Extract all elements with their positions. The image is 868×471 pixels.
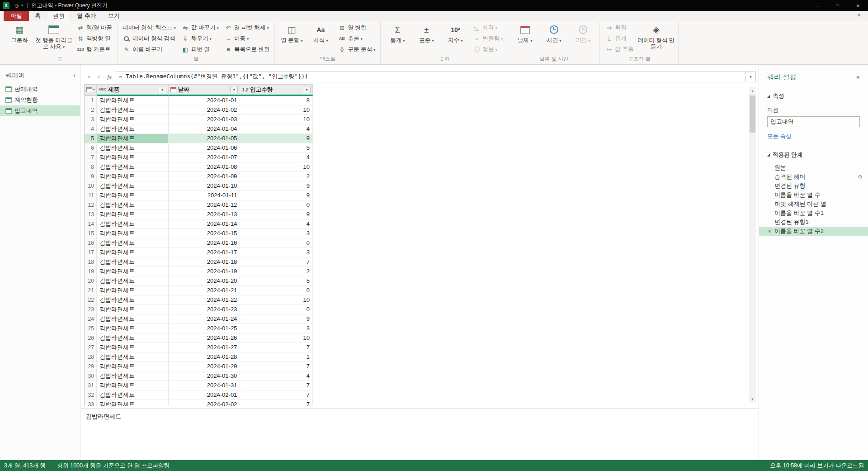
table-row[interactable]: 29 김밥라면세트 2024-01-29 7 [85, 362, 313, 371]
cell-product[interactable]: 김밥라면세트 [97, 115, 169, 124]
column-header-qty[interactable]: 1.2 입고수량 ▾ [240, 85, 313, 96]
cell-product[interactable]: 김밥라면세트 [97, 286, 169, 295]
vertical-scrollbar[interactable]: ▲ ▼ [749, 87, 756, 403]
collapse-queries-pane-icon[interactable]: ‹ [73, 72, 75, 78]
cell-qty[interactable]: 10 [240, 115, 313, 124]
extract-button[interactable]: AB추출 [335, 33, 377, 44]
row-number[interactable]: 8 [85, 162, 97, 172]
cell-date[interactable]: 2024-01-25 [169, 324, 241, 333]
cell-date[interactable]: 2024-01-31 [169, 381, 241, 390]
cell-date[interactable]: 2024-01-29 [169, 362, 241, 371]
status-profiling-note[interactable]: 상위 1000개 행을 기준으로 한 열 프로파일링 [57, 462, 170, 470]
cell-date[interactable]: 2024-01-19 [169, 267, 241, 276]
trigonometry-button[interactable]: ◺삼각 [470, 22, 505, 33]
table-row[interactable]: 27 김밥라면세트 2024-01-27 7 [85, 343, 313, 352]
row-number[interactable]: 27 [85, 343, 97, 352]
cell-date[interactable]: 2024-01-10 [169, 181, 241, 191]
cell-product[interactable]: 김밥라면세트 [97, 257, 169, 267]
fx-icon[interactable]: fx [104, 73, 115, 81]
cell-qty[interactable]: 7 [240, 390, 313, 400]
data-type-button[interactable]: 데이터 형식: 텍스트 [120, 22, 178, 33]
aggregate-button[interactable]: Σ집계 [603, 33, 636, 44]
cell-date[interactable]: 2024-01-14 [169, 219, 241, 229]
cell-qty[interactable]: 9 [240, 191, 313, 200]
cell-product[interactable]: 김밥라면세트 [97, 181, 169, 191]
scrollbar-thumb[interactable] [750, 95, 755, 133]
query-list-item[interactable]: 판매내역 [0, 84, 80, 95]
cell-product[interactable]: 김밥라면세트 [97, 229, 169, 238]
cell-product[interactable]: 김밥라면세트 [97, 210, 169, 219]
cell-product[interactable]: 김밥라면세트 [97, 153, 169, 162]
row-number[interactable]: 22 [85, 295, 97, 305]
quick-access-caret-icon[interactable]: ▾ [21, 4, 23, 7]
column-header-product[interactable]: ABC 제품 ▾ [97, 85, 169, 96]
table-row[interactable]: 33 김밥라면세트 2024-02-02 7 [85, 400, 313, 406]
cell-product[interactable]: 김밥라면세트 [97, 314, 169, 324]
table-corner-button[interactable]: ▾ [85, 85, 97, 96]
table-row[interactable]: 32 김밥라면세트 2024-02-01 7 [85, 390, 313, 400]
cell-qty[interactable]: 3 [240, 229, 313, 238]
cell-date[interactable]: 2024-01-08 [169, 162, 241, 172]
applied-step[interactable]: 피벗 해제된 다른 열 [759, 200, 868, 209]
cell-qty[interactable]: 0 [240, 238, 313, 248]
cell-qty[interactable]: 9 [240, 210, 313, 219]
cell-qty[interactable]: 0 [240, 200, 313, 210]
cell-qty[interactable]: 4 [240, 219, 313, 229]
cell-qty[interactable]: 0 [240, 305, 313, 314]
cell-product[interactable]: 김밥라면세트 [97, 191, 169, 200]
cell-date[interactable]: 2024-01-28 [169, 352, 241, 362]
expand-formula-bar-icon[interactable]: ▾ [746, 71, 756, 82]
information-button[interactable]: 정보 [470, 44, 505, 55]
cell-qty[interactable]: 3 [240, 324, 313, 333]
table-row[interactable]: 18 김밥라면세트 2024-01-18 7 [85, 257, 313, 267]
filter-dropdown-icon[interactable]: ▾ [230, 86, 238, 93]
table-row[interactable]: 25 김밥라면세트 2024-01-25 3 [85, 324, 313, 333]
cell-qty[interactable]: 9 [240, 181, 313, 191]
cell-date[interactable]: 2024-01-13 [169, 210, 241, 219]
cell-qty[interactable]: 5 [240, 143, 313, 153]
row-number[interactable]: 5 [85, 134, 97, 143]
cell-qty[interactable]: 10 [240, 333, 313, 343]
cell-qty[interactable]: 4 [240, 124, 313, 134]
table-row[interactable]: 12 김밥라면세트 2024-01-12 0 [85, 200, 313, 210]
tab-add-column[interactable]: 열 추가 [71, 11, 102, 21]
row-number[interactable]: 33 [85, 400, 97, 406]
fill-button[interactable]: ⇓채우기 [179, 33, 221, 44]
cell-date[interactable]: 2024-01-11 [169, 191, 241, 200]
first-row-headers-button[interactable]: 첫 행을 머리글로 사용 [34, 22, 73, 50]
cell-product[interactable]: 김밥라면세트 [97, 162, 169, 172]
scroll-up-icon[interactable]: ▲ [749, 87, 756, 95]
minimize-button[interactable]: — [807, 0, 827, 11]
cell-qty[interactable]: 4 [240, 153, 313, 162]
cell-product[interactable]: 김밥라면세트 [97, 333, 169, 343]
cell-qty[interactable]: 2 [240, 172, 313, 181]
cell-date[interactable]: 2024-01-20 [169, 276, 241, 286]
row-number[interactable]: 19 [85, 267, 97, 276]
cell-product[interactable]: 김밥라면세트 [97, 143, 169, 153]
cell-qty[interactable]: 4 [240, 371, 313, 381]
step-settings-gear-icon[interactable] [858, 174, 863, 180]
row-number[interactable]: 32 [85, 390, 97, 400]
cancel-formula-icon[interactable]: × [84, 74, 94, 80]
rename-button[interactable]: ✎이름 바꾸기 [120, 44, 178, 55]
row-number[interactable]: 25 [85, 324, 97, 333]
cell-qty[interactable]: 3 [240, 248, 313, 257]
properties-section-header[interactable]: 속성 [767, 92, 860, 100]
cell-product[interactable]: 김밥라면세트 [97, 200, 169, 210]
cell-qty[interactable]: 10 [240, 162, 313, 172]
filter-dropdown-icon[interactable]: ▾ [303, 86, 311, 93]
table-row[interactable]: 1 김밥라면세트 2024-01-01 8 [85, 96, 313, 105]
cell-product[interactable]: 김밥라면세트 [97, 248, 169, 257]
cell-qty[interactable]: 1 [240, 352, 313, 362]
table-row[interactable]: 14 김밥라면세트 2024-01-14 4 [85, 219, 313, 229]
cell-product[interactable]: 김밥라면세트 [97, 134, 169, 143]
applied-step[interactable]: 이름을 바꾼 열 수2 [759, 227, 868, 236]
cell-qty[interactable]: 9 [240, 314, 313, 324]
row-number[interactable]: 29 [85, 362, 97, 371]
cell-product[interactable]: 김밥라면세트 [97, 390, 169, 400]
applied-step[interactable]: 변경된 유형1 [759, 218, 868, 227]
table-row[interactable]: 30 김밥라면세트 2024-01-30 4 [85, 371, 313, 381]
row-number[interactable]: 16 [85, 238, 97, 248]
date-button[interactable]: 날짜 [511, 22, 539, 43]
convert-to-list-button[interactable]: ≡목록으로 변환 [222, 44, 272, 55]
